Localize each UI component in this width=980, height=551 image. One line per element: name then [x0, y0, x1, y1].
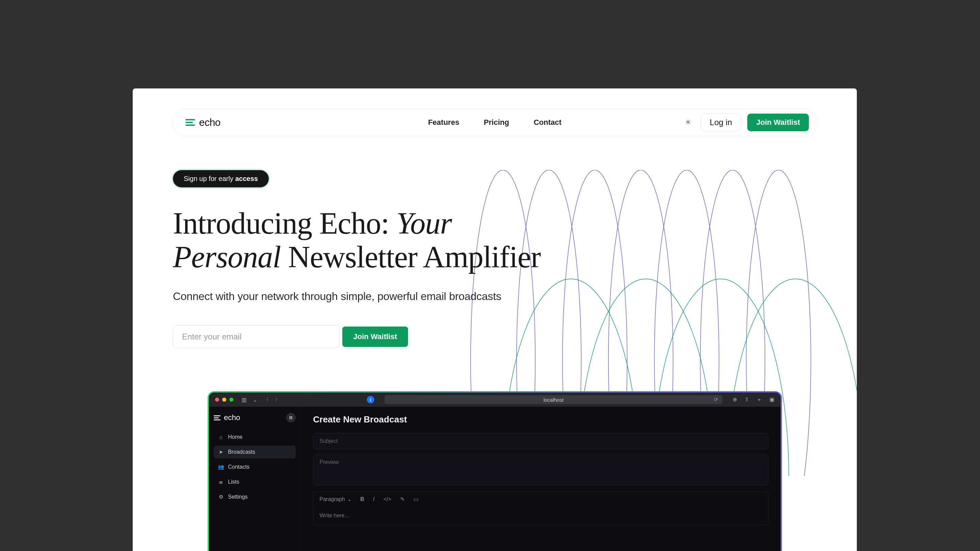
- close-window-icon[interactable]: [215, 398, 219, 402]
- app-preview-window: ▥ ⌄ 〈 〉 i localhost ⟳ ⊕ ⇪ ＋ ▣: [208, 391, 782, 551]
- nav-link-pricing[interactable]: Pricing: [484, 118, 509, 127]
- pill-text: Sign up for early: [184, 175, 235, 182]
- login-button[interactable]: Log in: [701, 114, 741, 131]
- new-tab-icon[interactable]: ＋: [756, 396, 762, 403]
- gear-icon: ⚙: [218, 494, 224, 500]
- sidebar-logo-icon: [214, 414, 221, 421]
- info-badge-icon[interactable]: i: [367, 396, 374, 403]
- maximize-window-icon[interactable]: [229, 398, 234, 402]
- pill-bold: access: [235, 175, 258, 182]
- sidebar-item-label: Contacts: [228, 464, 250, 470]
- url-bar[interactable]: localhost ⟳: [385, 395, 722, 404]
- editor-placeholder: Write here...: [320, 513, 349, 518]
- signup-form: Join Waitlist: [173, 325, 581, 348]
- join-waitlist-nav-button[interactable]: Join Waitlist: [747, 114, 809, 131]
- editor-toolbar: Paragraph ⌄ B I </> ✎ ▭: [313, 491, 768, 507]
- chevron-down-icon: ⌄: [347, 496, 352, 502]
- early-access-pill[interactable]: Sign up for early access: [173, 170, 269, 187]
- nav-link-contact[interactable]: Contact: [533, 118, 562, 127]
- brand-name: echo: [199, 117, 221, 128]
- users-icon: 👥: [218, 464, 224, 470]
- sidebar-item-lists[interactable]: ≣ Lists: [214, 475, 296, 488]
- reload-icon[interactable]: ⟳: [714, 397, 718, 403]
- headline-part1: Introducing Echo:: [173, 206, 396, 240]
- sidebar-item-label: Lists: [228, 479, 239, 485]
- sidebar-item-contacts[interactable]: 👥 Contacts: [214, 460, 296, 473]
- browser-right-icons: ⊕ ⇪ ＋ ▣: [733, 396, 775, 403]
- sidebar-item-broadcasts[interactable]: ➤ Broadcasts: [214, 446, 296, 459]
- bold-icon[interactable]: B: [360, 496, 364, 502]
- preview-textarea[interactable]: [313, 454, 768, 485]
- page-title: Create New Broadcast: [313, 414, 768, 425]
- image-icon[interactable]: ▭: [414, 496, 418, 502]
- url-text: localhost: [543, 397, 563, 403]
- sun-icon: ☀: [685, 118, 692, 127]
- highlight-icon[interactable]: ✎: [400, 496, 404, 502]
- avatar[interactable]: R: [286, 413, 296, 422]
- brand-logo-icon: [185, 118, 195, 127]
- hero: Sign up for early access Introducing Ech…: [173, 170, 581, 348]
- editor-body[interactable]: Write here...: [313, 507, 768, 525]
- list-icon: ≣: [218, 479, 224, 485]
- sidebar-header: echo R: [214, 413, 296, 422]
- hero-subhead: Connect with your network through simple…: [173, 290, 581, 303]
- email-input[interactable]: [173, 325, 340, 348]
- top-nav: echo Features Pricing Contact ☀ Log in J…: [173, 109, 817, 136]
- browser-chrome: ▥ ⌄ 〈 〉 i localhost ⟳ ⊕ ⇪ ＋ ▣: [209, 392, 781, 407]
- traffic-lights: [215, 398, 234, 402]
- landing-page: echo Features Pricing Contact ☀ Log in J…: [133, 89, 857, 551]
- nav-actions: ☀ Log in Join Waitlist: [682, 114, 809, 131]
- forward-icon[interactable]: 〉: [275, 396, 280, 403]
- main-panel: Create New Broadcast Paragraph ⌄ B I </>…: [301, 407, 781, 551]
- back-icon[interactable]: 〈: [263, 396, 269, 403]
- brand[interactable]: echo: [185, 117, 221, 128]
- tabs-icon[interactable]: ▣: [769, 396, 775, 403]
- headline-italic1: Your: [396, 206, 452, 240]
- sidebar-brand-name: echo: [224, 413, 240, 422]
- sidebar-item-home[interactable]: ⌂ Home: [214, 430, 296, 443]
- browser-left-icons: ▥ ⌄ 〈 〉: [242, 396, 280, 403]
- code-icon[interactable]: </>: [383, 496, 391, 502]
- minimize-window-icon[interactable]: [222, 398, 226, 402]
- join-waitlist-button[interactable]: Join Waitlist: [342, 327, 408, 347]
- home-icon: ⌂: [218, 434, 224, 440]
- share-icon[interactable]: ⇪: [745, 396, 749, 403]
- sidebar: echo R ⌂ Home ➤ Broadcasts 👥 Contact: [209, 407, 301, 551]
- italic-icon[interactable]: I: [373, 496, 374, 502]
- sidebar-item-label: Home: [228, 434, 243, 440]
- app-body: echo R ⌂ Home ➤ Broadcasts 👥 Contact: [209, 407, 781, 551]
- app-preview-inner: ▥ ⌄ 〈 〉 i localhost ⟳ ⊕ ⇪ ＋ ▣: [209, 392, 781, 551]
- theme-toggle-button[interactable]: ☀: [682, 116, 695, 129]
- sidebar-item-settings[interactable]: ⚙ Settings: [214, 491, 296, 503]
- chevron-down-icon[interactable]: ⌄: [253, 397, 257, 403]
- send-icon: ➤: [218, 449, 224, 455]
- subject-input[interactable]: [313, 433, 768, 449]
- paragraph-label: Paragraph: [320, 496, 345, 502]
- download-icon[interactable]: ⊕: [733, 396, 737, 403]
- paragraph-style-dropdown[interactable]: Paragraph ⌄: [320, 496, 352, 502]
- sidebar-item-label: Broadcasts: [228, 449, 255, 455]
- hero-headline: Introducing Echo: Your Personal Newslett…: [173, 206, 581, 274]
- headline-italic2: Personal: [173, 240, 281, 274]
- headline-part2: Newsletter Amplifier: [281, 240, 541, 274]
- sidebar-item-label: Settings: [228, 494, 248, 500]
- sidebar-brand[interactable]: echo: [214, 413, 240, 422]
- sidebar-toggle-icon[interactable]: ▥: [242, 397, 247, 403]
- nav-link-features[interactable]: Features: [428, 118, 460, 127]
- nav-links: Features Pricing Contact: [428, 118, 562, 127]
